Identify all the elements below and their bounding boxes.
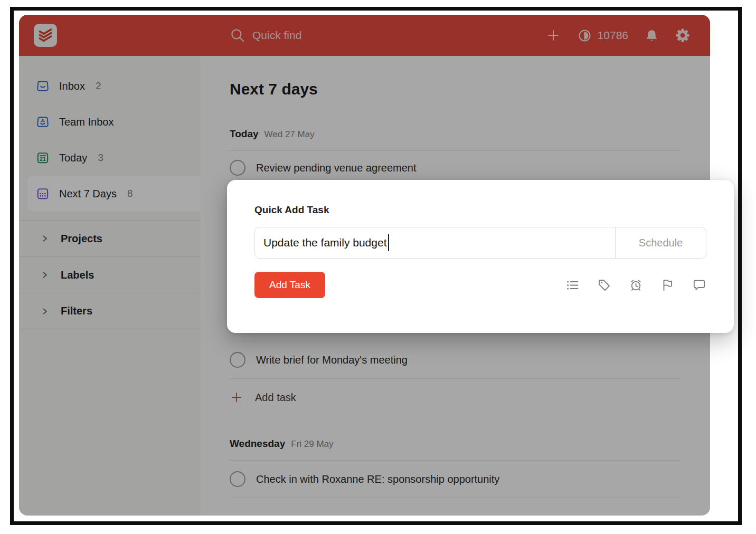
- reminder-alarm-icon[interactable]: [629, 278, 643, 292]
- modal-footer: Add Task: [254, 272, 706, 298]
- project-list-icon[interactable]: [565, 278, 580, 292]
- comment-icon[interactable]: [692, 278, 706, 292]
- task-name-input-row: Update the family budget Schedule: [254, 227, 706, 259]
- task-name-value: Update the family budget: [263, 236, 386, 249]
- task-name-input[interactable]: Update the family budget: [255, 227, 615, 258]
- schedule-label: Schedule: [639, 237, 683, 249]
- modal-title: Quick Add Task: [254, 204, 706, 216]
- task-option-icons: [565, 278, 706, 292]
- label-tag-icon[interactable]: [597, 278, 611, 292]
- add-task-button-label: Add Task: [269, 279, 310, 291]
- text-cursor: [388, 234, 389, 251]
- add-task-button[interactable]: Add Task: [254, 272, 325, 298]
- quick-add-task-modal: Quick Add Task Update the family budget …: [227, 180, 734, 333]
- priority-flag-icon[interactable]: [660, 278, 675, 292]
- screenshot-frame: Quick find 10786: [10, 7, 742, 525]
- schedule-button[interactable]: Schedule: [615, 227, 706, 258]
